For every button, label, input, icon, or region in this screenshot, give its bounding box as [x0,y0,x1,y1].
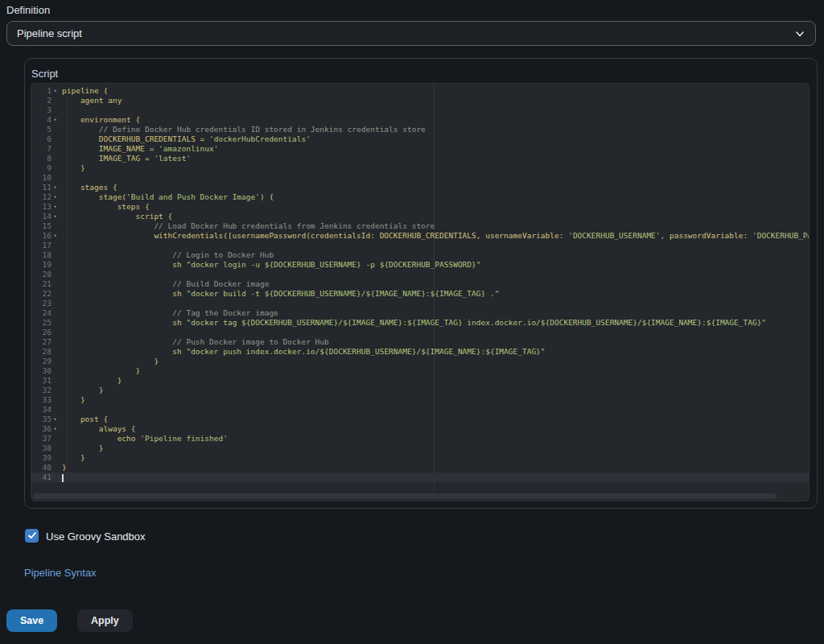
code-line: 39 } [31,453,809,463]
code-line: 10 [31,173,809,183]
line-number: 33 [31,395,59,405]
code-line: 21 // Build Docker image [31,279,809,289]
scrollbar-thumb[interactable] [33,493,777,499]
line-number: 16▾ [31,231,59,241]
code-lines: 1▾pipeline {2 agent any34▾ environment {… [31,86,809,482]
line-number: 1▾ [31,86,59,96]
line-number: 15 [31,221,59,231]
definition-label: Definition [6,4,50,16]
line-number: 14▾ [31,212,59,221]
fold-arrow-icon[interactable]: ▾ [52,86,59,96]
code-editor[interactable]: 1▾pipeline {2 agent any34▾ environment {… [31,83,810,502]
line-number: 32 [31,386,59,395]
code-line: 33 } [31,395,809,405]
script-section: Script 1▾pipeline {2 agent any34▾ enviro… [24,58,818,509]
code-line: 20 [31,270,809,279]
line-number: 13▾ [31,202,59,212]
fold-arrow-icon[interactable]: ▾ [52,231,59,241]
line-number: 35▾ [31,415,59,424]
code-line: 40} [31,463,809,473]
line-number: 7 [31,144,59,154]
code-line: 19 sh "docker login -u ${DOCKERHUB_USERN… [31,260,809,270]
code-line: 32 } [31,386,809,395]
code-line: 17 [31,241,809,250]
text-cursor [62,474,64,482]
code-line: 25 sh "docker tag ${DOCKERHUB_USERNAME}/… [31,318,809,328]
fold-arrow-icon[interactable]: ▾ [52,183,59,192]
code-line: 14▾ script { [31,212,809,221]
fold-arrow-icon[interactable]: ▾ [52,424,59,434]
code-line: 8 IMAGE_TAG = 'latest' [31,154,809,163]
fold-arrow-icon[interactable]: ▾ [52,192,59,202]
code-line: 6 DOCKERHUB_CREDENTIALS = 'dockerHubCred… [31,134,809,144]
apply-button[interactable]: Apply [77,609,133,632]
line-number: 3 [31,105,59,115]
code-line: 16▾ withCredentials([usernamePassword(cr… [31,231,809,241]
horizontal-scrollbar[interactable] [33,493,807,499]
line-number: 18 [31,250,59,260]
line-number: 12▾ [31,192,59,202]
fold-arrow-icon[interactable]: ▾ [52,415,59,424]
code-line: 41 [31,473,809,482]
line-number: 6 [31,134,59,144]
code-line: 11▾ stages { [31,183,809,192]
script-label: Script [31,68,58,80]
code-line: 15 // Load Docker Hub credentials from J… [31,221,809,231]
code-line: 5 // Define Docker Hub credentials ID st… [31,125,809,134]
use-groovy-sandbox-checkbox[interactable] [25,529,39,543]
code-line: 2 agent any [31,96,809,105]
code-line: 13▾ steps { [31,202,809,212]
code-line: 12▾ stage('Build and Push Docker Image')… [31,192,809,202]
fold-arrow-icon[interactable]: ▾ [52,212,59,221]
line-number: 26 [31,328,59,337]
line-number: 24 [31,308,59,318]
line-number: 25 [31,318,59,328]
line-number: 2 [31,96,59,105]
fold-arrow-icon[interactable]: ▾ [52,202,59,212]
line-number: 27 [31,337,59,347]
code-line: 22 sh "docker build -t ${DOCKERHUB_USERN… [31,289,809,299]
code-line: 30 } [31,366,809,376]
code-line: 3 [31,105,809,115]
line-number: 11▾ [31,183,59,192]
code-line: 36▾ always { [31,424,809,434]
definition-select[interactable]: Pipeline script [6,21,816,46]
chevron-down-icon [794,28,805,39]
line-number: 8 [31,154,59,163]
line-number: 22 [31,289,59,299]
line-number: 28 [31,347,59,357]
save-button[interactable]: Save [6,609,57,632]
code-line: 28 sh "docker push index.docker.io/${DOC… [31,347,809,357]
line-number: 39 [31,453,59,463]
line-number: 5 [31,125,59,134]
line-number: 21 [31,279,59,289]
code-line: 34 [31,405,809,415]
line-number: 23 [31,299,59,308]
line-number: 30 [31,366,59,376]
pipeline-syntax-link[interactable]: Pipeline Syntax [24,567,97,579]
line-number: 29 [31,357,59,366]
code-line: 7 IMAGE_NAME = 'amazonlinux' [31,144,809,154]
line-number: 20 [31,270,59,279]
line-number: 34 [31,405,59,415]
line-number: 38 [31,444,59,453]
code-line: 37 echo 'Pipeline finished' [31,434,809,444]
code-line: 1▾pipeline { [31,86,809,96]
use-groovy-sandbox-label: Use Groovy Sandbox [46,530,146,543]
check-icon [27,529,37,543]
code-line: 23 [31,299,809,308]
code-line: 4▾ environment { [31,115,809,125]
line-number: 19 [31,260,59,270]
code-line: 24 // Tag the Docker image [31,308,809,318]
line-number: 17 [31,241,59,250]
code-line: 38 } [31,444,809,453]
line-number: 36▾ [31,424,59,434]
code-line: 35▾ post { [31,415,809,424]
fold-arrow-icon[interactable]: ▾ [52,115,59,125]
code-line: 9 } [31,163,809,173]
code-line: 29 } [31,357,809,366]
line-number: 4▾ [31,115,59,125]
code-line: 27 // Push Docker image to Docker Hub [31,337,809,347]
line-number: 37 [31,434,59,444]
line-number: 41 [31,473,59,482]
